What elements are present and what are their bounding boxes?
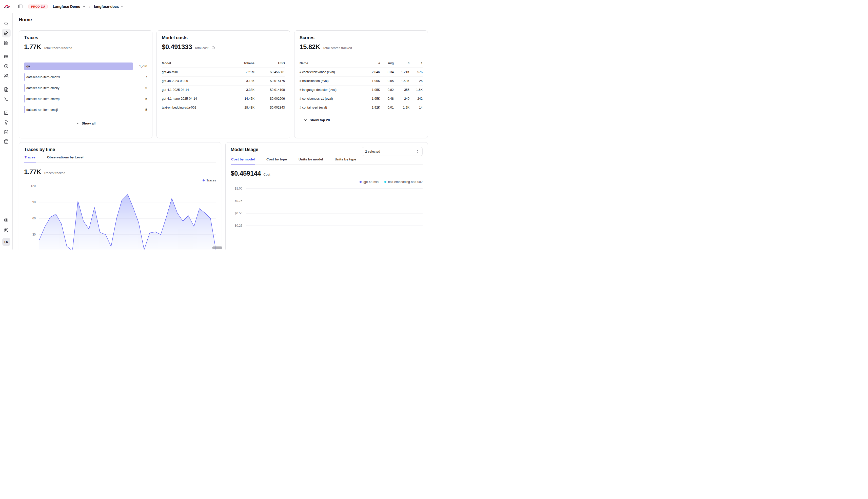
tab-observations-by-level[interactable]: Observations by Level	[47, 155, 84, 162]
langfuse-logo[interactable]	[4, 4, 10, 9]
cell-zero: 1.9K	[394, 106, 409, 109]
sidebar-item-home[interactable]	[2, 29, 11, 37]
usage-chart-legend: gpt-4o-mini text-embedding-ada-002	[231, 179, 423, 184]
clipboard-check-icon	[4, 130, 9, 134]
cell-tokens: 14.45K	[229, 97, 254, 100]
cell-avg: 0.82	[380, 88, 394, 92]
model-usage-card: Model Usage 2 selected Cost by model Cos…	[225, 142, 428, 250]
cell-one: 242	[409, 97, 423, 100]
show-top-20-button[interactable]: Show top 20	[301, 117, 332, 123]
model-costs-table-header: Model Tokens USD	[162, 60, 285, 68]
traces-by-time-tabs: Traces Observations by Level	[24, 155, 216, 162]
sidebar-item-search[interactable]	[2, 19, 11, 28]
traces-tracked-value: 1.77K	[24, 168, 41, 176]
users-icon	[4, 73, 9, 78]
model-costs-card-title: Model costs	[162, 35, 285, 40]
show-all-label: Show all	[82, 121, 96, 125]
tab-cost-by-model[interactable]: Cost by model	[231, 157, 255, 165]
column-header-name: Name	[299, 61, 364, 65]
traces-total-value: 1.77K	[24, 43, 41, 51]
trace-bar-row[interactable]: dataset-run-item-cmc297	[24, 73, 147, 81]
cell-tokens: 3.38K	[229, 88, 254, 92]
horizontal-scrollbar-thumb[interactable]	[212, 246, 222, 249]
sidebar-item-settings[interactable]	[2, 216, 11, 224]
scores-card: Scores 15.82K Total scores tracked Name …	[294, 31, 428, 138]
project-switcher[interactable]: langfuse-docs	[92, 3, 126, 10]
chevron-down-icon	[304, 118, 307, 122]
trace-bar-row[interactable]: dataset-run-item-cmcjf5	[24, 106, 147, 113]
sidebar-item-judge[interactable]	[2, 118, 11, 126]
column-header-one: 1	[409, 61, 423, 65]
project-name: langfuse-docs	[94, 4, 119, 9]
trace-bar-row[interactable]: dataset-run-item-cmcky5	[24, 84, 147, 92]
sidebar-item-playground[interactable]	[2, 95, 11, 103]
trace-bar: qa	[24, 62, 133, 70]
scores-total-value: 15.82K	[299, 43, 320, 51]
trace-count: 5	[135, 97, 147, 101]
table-row: gpt-4o-mini2.21M$0.456301	[162, 68, 285, 77]
trace-name: qa	[26, 64, 30, 68]
legend-dot-indigo	[203, 179, 205, 181]
trace-bar: dataset-run-item-cmcvp	[24, 95, 133, 102]
tab-units-by-model[interactable]: Units by model	[298, 157, 324, 165]
cell-one: 25	[409, 79, 423, 83]
svg-text:120: 120	[31, 184, 36, 188]
column-header-tokens: Tokens	[229, 61, 254, 65]
sidebar-toggle-button[interactable]	[16, 2, 24, 11]
info-icon[interactable]	[212, 46, 215, 50]
sidebar-item-prompts[interactable]	[2, 85, 11, 94]
trace-bar-row[interactable]: dataset-run-item-cmcvp5	[24, 95, 147, 102]
column-header-usd: USD	[254, 61, 285, 65]
column-header-model: Model	[162, 61, 229, 65]
tab-traces[interactable]: Traces	[24, 155, 36, 162]
tab-cost-by-type[interactable]: Cost by type	[266, 157, 287, 165]
cell-usd: $0.014108	[254, 88, 285, 92]
traces-tracked-label: Traces tracked	[44, 171, 65, 175]
cell-zero: 240	[394, 97, 409, 100]
scores-table-header: Name # Avg 0 1	[299, 60, 423, 68]
org-switcher[interactable]: Langfuse Demo	[51, 3, 87, 10]
layout-grid-icon	[4, 40, 9, 45]
sidebar-item-sessions[interactable]	[2, 62, 11, 70]
life-buoy-icon	[4, 228, 9, 233]
show-all-button[interactable]: Show all	[74, 120, 98, 127]
table-row: # hallucination (eval)1.96K0.051.58K25	[299, 77, 423, 86]
sidebar-item-datasets[interactable]	[2, 137, 11, 146]
trace-bar: dataset-run-item-cmcky	[24, 84, 133, 92]
home-icon	[4, 31, 9, 36]
traces-by-time-title: Traces by time	[24, 147, 216, 152]
model-usage-title: Model Usage	[231, 147, 258, 152]
sidebar-item-evaluation[interactable]	[2, 127, 11, 136]
cell-count: 1.95K	[364, 97, 380, 100]
trace-name: dataset-run-item-cmcvp	[26, 97, 60, 101]
panel-left-icon	[18, 4, 23, 9]
cell-model: gpt-4o-mini	[162, 70, 229, 74]
top-bar: PROD-EU Langfuse Demo / langfuse-docs	[0, 0, 434, 13]
main-content: Home Traces 1.77K Total traces tracked q…	[13, 13, 434, 250]
cell-tokens: 3.13K	[229, 79, 254, 83]
trace-bar-row[interactable]: qa1,736	[24, 62, 147, 70]
trace-name: dataset-run-item-cmc29	[26, 75, 60, 79]
user-avatar[interactable]: FK	[2, 238, 10, 246]
model-select-dropdown[interactable]: 2 selected	[362, 147, 423, 156]
cell-name: # language-detector (eval)	[299, 88, 364, 92]
sidebar-item-scores[interactable]	[2, 108, 11, 117]
sidebar-item-support[interactable]	[2, 226, 11, 234]
sidebar-item-tracing[interactable]	[2, 52, 11, 61]
cell-usd: $0.002906	[254, 97, 285, 100]
cell-count: 1.96K	[364, 79, 380, 83]
cell-tokens: 28.43K	[229, 106, 254, 109]
svg-text:$0.25: $0.25	[235, 224, 242, 228]
chart-square-icon	[4, 110, 9, 115]
dashboard-content: Traces 1.77K Total traces tracked qa1,73…	[13, 26, 434, 250]
cell-avg: 0.05	[380, 79, 394, 83]
table-row: text-embedding-ada-00228.43K$0.002843	[162, 103, 285, 112]
database-icon	[4, 139, 9, 144]
sidebar-nav	[2, 19, 11, 146]
trace-count: 7	[135, 75, 147, 79]
environment-badge[interactable]: PROD-EU	[28, 4, 48, 9]
sidebar-item-users[interactable]	[2, 71, 11, 80]
cell-one: 576	[409, 70, 423, 74]
sidebar-item-dashboards[interactable]	[2, 38, 11, 47]
tab-units-by-type[interactable]: Units by type	[334, 157, 357, 165]
